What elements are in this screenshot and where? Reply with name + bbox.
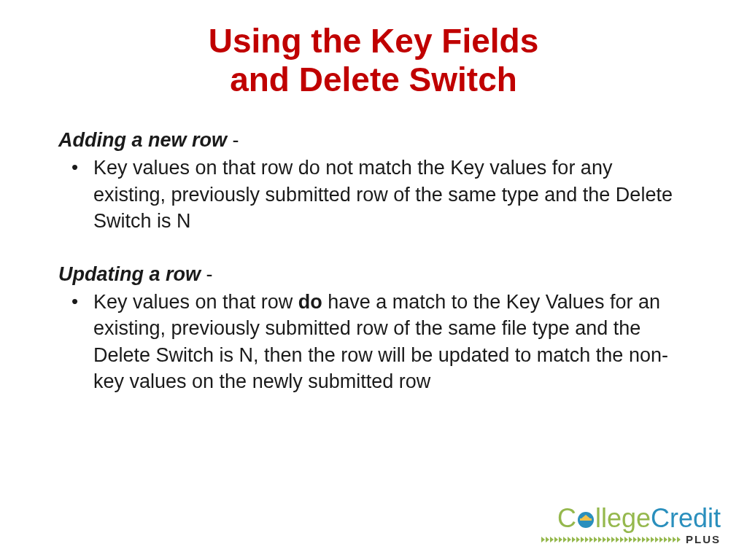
section-heading: Updating a row	[58, 263, 201, 285]
list-item: Key values on that row do have a match t…	[58, 289, 689, 395]
bullet-text: Key values on that row do not match the …	[93, 157, 673, 232]
logo-credit: Credit	[651, 503, 721, 533]
logo-letter-o-icon	[576, 505, 595, 532]
title-line-1: Using the Key Fields	[209, 22, 538, 60]
list-item: Key values on that row do not match the …	[58, 155, 689, 234]
chevrons-icon	[541, 537, 681, 542]
svg-rect-1	[580, 518, 592, 521]
section-updating: Updating a row - Key values on that row …	[58, 261, 689, 395]
logo-letter-c: C	[557, 503, 576, 533]
section-heading: Adding a new row	[58, 129, 227, 151]
slide: Using the Key Fields and Delete Switch A…	[0, 0, 747, 410]
title-line-2: and Delete Switch	[230, 61, 517, 98]
heading-dash: -	[201, 263, 213, 285]
logo-plus: PLUS	[686, 533, 721, 545]
logo-subline: PLUS	[541, 533, 721, 545]
heading-dash: -	[227, 129, 239, 151]
bullet-pre: Key values on that row	[93, 291, 298, 313]
logo-llege: llege	[595, 503, 651, 533]
logo-wordmark: CllegeCredit	[541, 505, 721, 532]
section-adding: Adding a new row - Key values on that ro…	[58, 127, 689, 235]
college-credit-plus-logo: CllegeCredit PLUS	[541, 505, 721, 545]
slide-title: Using the Key Fields and Delete Switch	[58, 22, 689, 99]
bullet-bold: do	[298, 291, 322, 313]
spacer	[58, 235, 689, 261]
slide-content: Adding a new row - Key values on that ro…	[58, 127, 689, 395]
